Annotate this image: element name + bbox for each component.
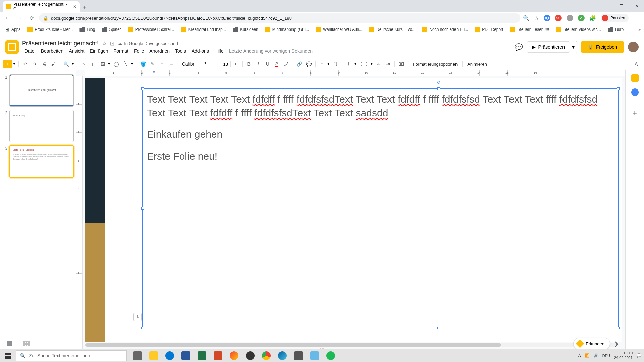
add-addon-icon[interactable]: + (631, 110, 639, 117)
edge-icon[interactable] (162, 349, 178, 362)
extension-icon[interactable]: 99+ (555, 15, 562, 21)
extension-icon[interactable] (567, 15, 573, 21)
menu-view[interactable]: Ansicht (66, 48, 87, 54)
bookmark-item[interactable]: Wahlfächer WU Aus... (314, 25, 364, 34)
text-color-button[interactable]: A (273, 60, 281, 68)
bookmark-item[interactable]: Mindmapping (Gru... (263, 25, 311, 34)
network-icon[interactable]: 📶 (585, 353, 590, 358)
paragraph-1[interactable]: Text Text Text Text Text fdfdff f ffff f… (147, 93, 614, 120)
task-view-icon[interactable] (129, 349, 146, 362)
chrome-icon[interactable] (258, 349, 274, 362)
resize-handle[interactable] (617, 87, 620, 90)
menu-arrange[interactable]: Anordnen (147, 48, 172, 54)
bookmark-item[interactable]: Steuern Lesen !!!! (508, 25, 551, 34)
comment-button[interactable]: 💬 (305, 60, 313, 68)
bold-button[interactable]: B (245, 60, 253, 68)
new-slide-button[interactable]: + (3, 60, 12, 68)
minimize-button[interactable]: — (599, 0, 614, 12)
highlight-button[interactable]: 🖍 (282, 60, 291, 68)
app-icon[interactable] (290, 349, 307, 362)
explore-button[interactable]: Erkunden (573, 338, 610, 350)
menu-format[interactable]: Format (111, 48, 131, 54)
extension-icon[interactable]: ✓ (578, 15, 585, 21)
slide-thumbnail-3[interactable]: Erste Folie - Beispiel Text Text Text Te… (9, 145, 74, 178)
extension-icon[interactable]: IQ (544, 15, 550, 21)
maximize-button[interactable]: ☐ (614, 0, 629, 12)
indent-decrease-button[interactable]: ⇤ (374, 60, 383, 68)
notifications-icon[interactable]: 💬 (637, 353, 641, 358)
clear-formatting-button[interactable]: ⌧ (397, 60, 406, 68)
collapse-toolbar-icon[interactable]: ᐱ (632, 60, 641, 68)
new-slide-dropdown[interactable]: ▼ (13, 62, 16, 66)
back-button[interactable]: ← (3, 13, 12, 23)
extensions-menu-icon[interactable]: 🧩 (589, 15, 596, 21)
slide-thumbnail-1[interactable]: Präsentieren leicht gemacht! (9, 74, 74, 107)
bookmark-item[interactable]: Büro (606, 26, 626, 33)
menu-insert[interactable]: Einfügen (87, 48, 110, 54)
border-weight-button[interactable]: ≡ (158, 60, 166, 68)
zoom-dropdown[interactable]: ▼ (71, 62, 75, 66)
font-select[interactable]: Calibri ▼ (180, 61, 207, 67)
spotify-icon[interactable] (323, 349, 339, 362)
line-tool[interactable]: ╲ (121, 60, 130, 68)
new-tab-button[interactable]: + (80, 3, 89, 12)
start-button[interactable] (0, 349, 16, 362)
resize-handle[interactable] (141, 207, 144, 210)
bookmark-item[interactable]: Kursideen (231, 26, 260, 33)
rotate-handle[interactable] (437, 81, 440, 84)
address-bar[interactable]: 🔒 docs.google.com/presentation/d/1yV372S… (39, 13, 520, 23)
edge-icon[interactable] (274, 349, 290, 362)
volume-icon[interactable]: 🔊 (594, 353, 598, 358)
image-tool[interactable]: 🖼 (98, 60, 107, 68)
align-button[interactable]: ≡ (318, 60, 326, 68)
grid-view-icon[interactable] (23, 341, 30, 346)
browser-tab[interactable]: Präsentieren leicht gemacht! - G ✕ (3, 1, 80, 12)
taskbar-search[interactable]: 🔍 Zur Suche Text hier eingeben (16, 350, 127, 361)
move-icon[interactable]: ⊡ (110, 40, 114, 47)
tasks-icon[interactable] (631, 88, 639, 96)
bookmarks-overflow-icon[interactable]: » (638, 27, 641, 32)
resize-handle[interactable] (437, 327, 440, 329)
present-button[interactable]: ▶ Präsentieren (527, 41, 570, 53)
profile-chip[interactable]: T Pausiert (601, 14, 629, 22)
share-button[interactable]: 🔒 Freigeben (581, 41, 624, 53)
slide-canvas[interactable]: ⇕ Text Text Text Text Text fdfdff f ffff… (85, 78, 622, 342)
textbox-tool[interactable]: ▯ (89, 60, 98, 68)
bookmark-star-icon[interactable]: ☆ (534, 15, 539, 21)
paragraph-2[interactable]: Einkaufen gehen (147, 128, 614, 141)
bookmark-item[interactable]: PDF Report (473, 25, 505, 34)
slides-logo-icon[interactable] (5, 40, 19, 54)
star-icon[interactable]: ☆ (102, 40, 107, 47)
italic-button[interactable]: I (254, 60, 263, 68)
user-avatar[interactable] (628, 42, 639, 52)
menu-file[interactable]: Datei (22, 48, 38, 54)
underline-button[interactable]: U (263, 60, 272, 68)
border-dash-button[interactable]: ┅ (167, 60, 176, 68)
text-content[interactable]: Text Text Text Text Text fdfdff f ffff f… (143, 89, 618, 174)
bookmark-item[interactable]: Steuern Videos wic... (554, 25, 603, 34)
menu-help[interactable]: Hilfe (212, 48, 226, 54)
resize-handle[interactable] (617, 327, 620, 329)
menu-slide[interactable]: Folie (131, 48, 146, 54)
menu-tools[interactable]: Tools (173, 48, 189, 54)
last-change-link[interactable]: Letzte Änderung vor wenigen Sekunden (227, 48, 315, 54)
filmstrip-view-icon[interactable] (7, 341, 13, 346)
text-box-selected[interactable]: ⇕ Text Text Text Text Text fdfdff f ffff… (142, 88, 619, 328)
word-icon[interactable] (178, 349, 194, 362)
paint-format-button[interactable]: 🖌 (49, 60, 58, 68)
forward-button[interactable]: → (15, 13, 24, 23)
bookmark-item[interactable]: Kreativität und Insp... (179, 25, 228, 34)
notepad-icon[interactable] (307, 349, 323, 362)
font-size-input[interactable]: 13 (221, 61, 231, 67)
numbered-list-button[interactable]: ⒈ (344, 60, 353, 68)
bookmark-item[interactable]: Deutsche Kurs + Vo... (367, 25, 417, 34)
font-size-increase[interactable]: + (231, 60, 240, 68)
slide-thumbnail-2[interactable]: sdvsmpmfg (9, 110, 74, 142)
app-icon[interactable] (226, 349, 242, 362)
bulleted-list-button[interactable]: ⋮⋮ (358, 60, 370, 68)
document-title[interactable]: Präsentieren leicht gemacht! (22, 40, 99, 47)
paragraph-3[interactable]: Erste Folie neu! (147, 149, 614, 163)
next-slide-arrow-icon[interactable]: ❯ (614, 341, 619, 347)
bookmark-item[interactable]: Produktsuche - Mer... (25, 25, 75, 34)
resize-handle[interactable] (437, 87, 440, 90)
